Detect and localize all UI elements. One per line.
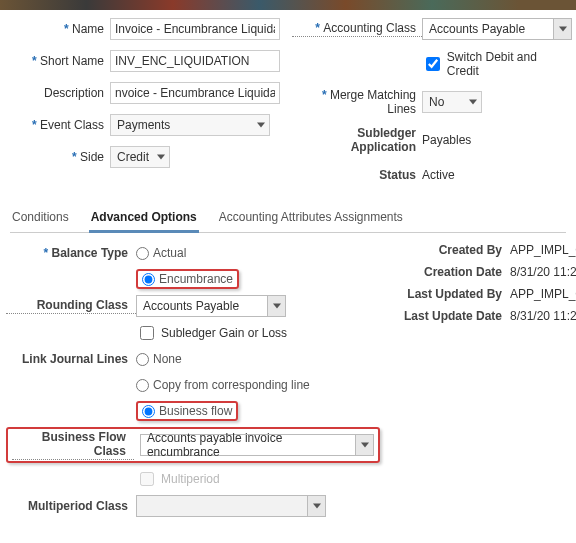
event-class-value: Payments	[117, 118, 170, 132]
link-journal-none-text: None	[153, 352, 182, 366]
name-input[interactable]	[110, 18, 280, 40]
rounding-class-combo[interactable]: Accounts Payable	[136, 295, 286, 317]
switch-debit-credit-input[interactable]	[426, 57, 440, 71]
link-journal-none-input[interactable]	[136, 353, 149, 366]
description-input[interactable]	[110, 82, 280, 104]
multiperiod-checkbox: Multiperiod	[136, 469, 220, 489]
link-journal-label: Link Journal Lines	[6, 352, 136, 366]
link-journal-copy-text: Copy from corresponding line	[153, 378, 310, 392]
chevron-down-icon	[313, 504, 321, 509]
side-select[interactable]: Credit	[110, 146, 170, 168]
status-label: Status	[292, 168, 422, 182]
status-value: Active	[422, 168, 455, 182]
short-name-input[interactable]	[110, 50, 280, 72]
switch-debit-credit-checkbox[interactable]: Switch Debit and Credit	[422, 50, 572, 78]
last-update-date-label: Last Update Date	[390, 309, 510, 323]
subledger-gain-label: Subledger Gain or Loss	[161, 326, 287, 340]
last-updated-by-label: Last Updated By	[390, 287, 510, 301]
link-journal-bflow-input[interactable]	[142, 405, 155, 418]
rounding-class-label: Rounding Class	[6, 298, 136, 314]
subledger-gain-checkbox[interactable]: Subledger Gain or Loss	[136, 323, 287, 343]
chevron-down-icon	[273, 304, 281, 309]
tab-advanced-options[interactable]: Advanced Options	[89, 204, 199, 233]
bflow-class-combo[interactable]: Accounts payable invoice encumbrance	[140, 434, 374, 456]
link-journal-copy-radio[interactable]: Copy from corresponding line	[136, 378, 310, 392]
balance-type-actual-input[interactable]	[136, 247, 149, 260]
tab-accounting-attributes[interactable]: Accounting Attributes Assignments	[217, 204, 405, 232]
balance-type-encumbrance-input[interactable]	[142, 273, 155, 286]
header-right-col: Accounting Class Accounts Payable Switch…	[292, 18, 572, 196]
balance-type-actual-radio[interactable]: Actual	[136, 246, 186, 260]
highlight-encumbrance: Encumbrance	[136, 269, 239, 289]
creation-date-label: Creation Date	[390, 265, 510, 279]
adv-right-col: Created By APP_IMPL_CONSULTANT Creation …	[390, 243, 576, 523]
balance-type-encumbrance-radio[interactable]: Encumbrance	[142, 272, 233, 286]
highlight-bflow-class-row: Business Flow Class Accounts payable inv…	[6, 427, 380, 463]
side-label: Side	[10, 150, 110, 164]
decorative-top-strip	[0, 0, 576, 10]
merge-matching-value: No	[429, 95, 444, 109]
created-by-value: APP_IMPL_CONSULTANT	[510, 243, 576, 257]
link-journal-none-radio[interactable]: None	[136, 352, 182, 366]
header-left-col: Name Short Name Description Event Class …	[10, 18, 280, 196]
header-form: Name Short Name Description Event Class …	[0, 10, 576, 200]
multiperiod-class-combo	[136, 495, 326, 517]
switch-debit-credit-label: Switch Debit and Credit	[447, 50, 572, 78]
multiperiod-input	[140, 472, 154, 486]
chevron-down-icon	[257, 123, 265, 128]
tab-conditions[interactable]: Conditions	[10, 204, 71, 232]
chevron-down-icon	[559, 27, 567, 32]
advanced-options-panel: Balance Type Actual Encumbrance Rounding…	[0, 233, 576, 529]
accounting-class-label: Accounting Class	[292, 21, 422, 37]
chevron-down-icon	[361, 443, 369, 448]
merge-matching-label: Merge Matching Lines	[292, 88, 422, 116]
highlight-business-flow: Business flow	[136, 401, 238, 421]
subledger-app-value: Payables	[422, 133, 471, 147]
short-name-label: Short Name	[10, 54, 110, 68]
accounting-class-combo[interactable]: Accounts Payable	[422, 18, 572, 40]
subledger-app-label: Subledger Application	[292, 126, 422, 154]
adv-left-col: Balance Type Actual Encumbrance Rounding…	[6, 243, 380, 523]
last-update-date-value: 8/31/20 11:23 AM	[510, 309, 576, 323]
description-label: Description	[10, 86, 110, 100]
link-journal-bflow-text: Business flow	[159, 404, 232, 418]
subledger-gain-input[interactable]	[140, 326, 154, 340]
event-class-select[interactable]: Payments	[110, 114, 270, 136]
accounting-class-value: Accounts Payable	[429, 22, 525, 36]
balance-type-label: Balance Type	[6, 246, 136, 260]
link-journal-bflow-radio[interactable]: Business flow	[142, 404, 232, 418]
event-class-label: Event Class	[10, 118, 110, 132]
balance-type-encumbrance-text: Encumbrance	[159, 272, 233, 286]
tab-strip: Conditions Advanced Options Accounting A…	[10, 204, 566, 233]
multiperiod-class-label: Multiperiod Class	[6, 499, 136, 513]
side-value: Credit	[117, 150, 149, 164]
creation-date-value: 8/31/20 11:23 AM	[510, 265, 576, 279]
bflow-class-label: Business Flow Class	[12, 430, 134, 460]
merge-matching-select[interactable]: No	[422, 91, 482, 113]
name-label: Name	[10, 22, 110, 36]
rounding-class-value: Accounts Payable	[143, 299, 239, 313]
multiperiod-label: Multiperiod	[161, 472, 220, 486]
chevron-down-icon	[157, 155, 165, 160]
chevron-down-icon	[469, 100, 477, 105]
created-by-label: Created By	[390, 243, 510, 257]
link-journal-copy-input[interactable]	[136, 379, 149, 392]
last-updated-by-value: APP_IMPL_CONSULTANT	[510, 287, 576, 301]
balance-type-actual-text: Actual	[153, 246, 186, 260]
bflow-class-value: Accounts payable invoice encumbrance	[147, 431, 351, 459]
